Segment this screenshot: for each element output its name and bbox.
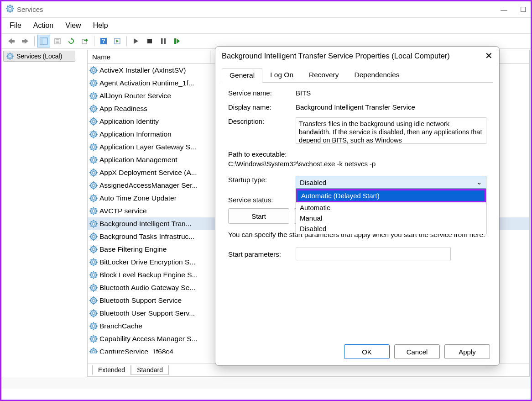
export-button[interactable] [78,35,91,47]
svg-marker-25 [134,38,138,44]
refresh-button[interactable] [65,35,78,47]
service-name-label: Background Intelligent Tran... [99,220,192,228]
properties-dialog: Background Intelligent Transfer Service … [215,46,500,366]
cancel-button[interactable]: Cancel [394,344,440,359]
value-display-name: Background Intelligent Transfer Service [296,103,486,111]
start-service-button[interactable] [130,35,142,47]
service-name-label: Application Layer Gateway S... [99,143,196,151]
service-name-label: AllJoyn Router Service [99,92,171,100]
tree-pane: Services (Local) [1,49,86,378]
svg-marker-30 [177,38,180,44]
restart-service-button[interactable] [171,35,183,47]
forward-button[interactable] [19,35,31,47]
help-button[interactable]: ? [97,35,110,47]
label-description: Description: [228,117,296,144]
svg-text:?: ? [102,38,105,44]
service-name-label: ActiveX Installer (AxInstSV) [99,66,186,74]
service-name-label: AppX Deployment Service (A... [99,169,197,177]
menubar: File Action View Help [1,18,531,33]
label-service-status: Service status: [228,196,296,204]
back-button[interactable] [5,35,18,47]
service-name-label: Application Management [99,156,177,164]
startup-type-combobox[interactable]: Disabled ⌄ Automatic (Delayed Start) Aut… [296,176,486,189]
tree-item-label: Services (Local) [16,53,62,60]
tab-general[interactable]: General [222,68,262,83]
svg-rect-26 [147,39,152,43]
service-name-label: Application Information [99,130,172,138]
tree-item-services-local[interactable]: Services (Local) [3,51,75,62]
service-name-label: App Readiness [99,105,147,113]
window-title: Services [17,5,43,13]
service-name-label: Bluetooth Audio Gateway Se... [99,284,195,292]
stop-service-button[interactable] [143,35,156,47]
close-button[interactable]: ✕ [485,50,493,61]
startup-type-selected: Disabled [300,179,326,186]
menu-help[interactable]: Help [89,20,113,32]
toolbar-extra-button[interactable] [111,35,124,47]
startup-type-dropdown: Automatic (Delayed Start) Automatic Manu… [296,189,486,234]
properties-button[interactable] [51,35,64,47]
tab-extended[interactable]: Extended [92,365,131,375]
svg-marker-24 [116,40,119,42]
service-name-label: BranchCache [99,322,142,330]
option-automatic[interactable]: Automatic [296,202,486,213]
dialog-title: Background Intelligent Transfer Service … [222,52,450,60]
option-disabled[interactable]: Disabled [296,223,486,234]
maximize-button[interactable]: ☐ [520,5,526,14]
service-name-label: Capability Access Manager S... [99,335,198,343]
label-startup-type: Startup type: [228,176,296,189]
menu-view[interactable]: View [61,20,85,32]
service-name-label: Application Identity [99,117,159,126]
menu-action[interactable]: Action [29,20,58,32]
service-name-label: Agent Activation Runtime_1f... [99,79,194,87]
service-name-label: AVCTP service [99,207,147,215]
value-path: C:\Windows\System32\svchost.exe -k netsv… [228,160,486,168]
menu-file[interactable]: File [5,20,26,32]
option-manual[interactable]: Manual [296,213,486,223]
apply-button[interactable]: Apply [444,344,490,359]
tab-logon[interactable]: Log On [262,68,301,82]
svg-rect-29 [174,38,176,44]
statusbar [1,378,531,389]
svg-rect-27 [161,38,163,44]
svg-marker-20 [84,38,88,42]
label-path: Path to executable: [228,150,486,158]
start-button[interactable]: Start [228,208,289,224]
service-name-label: AssignedAccessManager Ser... [99,181,198,190]
minimize-button[interactable]: — [501,5,507,14]
svg-rect-28 [164,38,166,44]
label-display-name: Display name: [228,103,296,111]
tab-standard[interactable]: Standard [131,365,169,375]
label-start-params: Start parameters: [228,250,296,258]
service-name-label: Block Level Backup Engine S... [99,271,198,279]
tab-recovery[interactable]: Recovery [301,68,346,82]
svg-rect-13 [40,38,43,44]
service-name-label: Bluetooth User Support Serv... [99,309,195,317]
pause-service-button[interactable] [157,35,170,47]
window-titlebar: Services — ☐ [1,1,531,18]
value-service-name: BITS [296,89,486,97]
chevron-down-icon: ⌄ [476,178,482,186]
service-name-label: CaptureService_1f68c4 [99,348,173,354]
service-name-label: Base Filtering Engine [99,245,167,253]
svg-marker-10 [8,38,15,44]
option-automatic-delayed[interactable]: Automatic (Delayed Start) [296,189,486,202]
column-header-name[interactable]: Name [88,50,211,63]
service-name-label: BitLocker Drive Encryption S... [99,258,195,266]
service-name-label: Background Tasks Infrastruc... [99,232,194,241]
svg-marker-11 [22,38,28,44]
description-box[interactable]: Transfers files in the background using … [296,117,486,144]
service-name-label: Auto Time Zone Updater [99,194,177,202]
service-name-label: Bluetooth Support Service [99,296,182,305]
ok-button[interactable]: OK [344,344,390,359]
show-hide-tree-button[interactable] [37,35,50,47]
services-icon [6,5,14,14]
start-params-input[interactable] [296,248,451,260]
tab-dependencies[interactable]: Dependencies [346,68,407,82]
label-service-name: Service name: [228,89,296,97]
